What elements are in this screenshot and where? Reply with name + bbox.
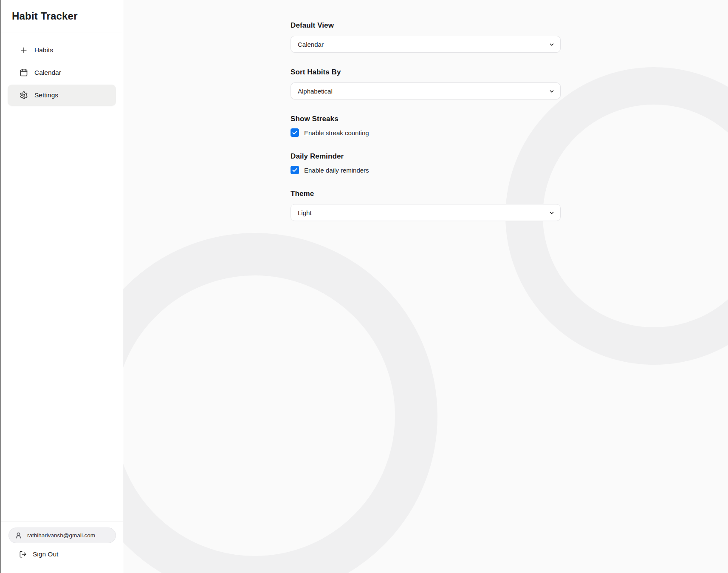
- sidebar-item-calendar[interactable]: Calendar: [8, 62, 116, 83]
- daily-reminder-section: Daily Reminder Enable daily reminders: [291, 152, 561, 174]
- theme-select[interactable]: Light: [291, 204, 561, 221]
- reminder-checkbox-row[interactable]: Enable daily reminders: [291, 166, 561, 174]
- chevron-down-icon: [549, 88, 555, 94]
- gear-icon: [20, 91, 28, 99]
- reminder-checkbox[interactable]: [291, 166, 299, 174]
- default-view-section: Default View Calendar: [291, 21, 561, 53]
- sort-habits-section: Sort Habits By Alphabetical: [291, 68, 561, 99]
- sidebar-item-habits[interactable]: Habits: [8, 40, 116, 61]
- sign-out-label: Sign Out: [33, 550, 58, 558]
- sort-habits-label: Sort Habits By: [291, 68, 561, 77]
- default-view-select[interactable]: Calendar: [291, 36, 561, 53]
- default-view-label: Default View: [291, 21, 561, 30]
- sidebar-footer: rathiharivansh@gmail.com Sign Out: [1, 522, 123, 573]
- app-title: Habit Tracker: [12, 10, 113, 22]
- settings-page: Default View Calendar Sort Habits By Alp…: [123, 0, 728, 573]
- sort-habits-select[interactable]: Alphabetical: [291, 82, 561, 99]
- settings-form: Default View Calendar Sort Habits By Alp…: [291, 0, 561, 221]
- sidebar-item-label: Calendar: [34, 69, 61, 77]
- sign-out-button[interactable]: Sign Out: [8, 550, 116, 558]
- decorative-ring: [123, 233, 437, 573]
- user-email: rathiharivansh@gmail.com: [27, 532, 95, 539]
- calendar-icon: [20, 68, 28, 77]
- sidebar-nav: Habits Calendar Settings: [1, 32, 123, 107]
- sidebar-item-label: Habits: [34, 46, 53, 54]
- show-streaks-label: Show Streaks: [291, 115, 561, 123]
- plus-icon: [20, 46, 28, 54]
- streak-checkbox[interactable]: [291, 128, 299, 137]
- chevron-down-icon: [549, 210, 555, 216]
- theme-value: Light: [298, 209, 312, 216]
- daily-reminder-label: Daily Reminder: [291, 152, 561, 161]
- sidebar: Habit Tracker Habits Calendar Settings: [1, 0, 123, 573]
- sidebar-item-settings[interactable]: Settings: [8, 85, 116, 106]
- streak-checkbox-row[interactable]: Enable streak counting: [291, 128, 561, 137]
- sidebar-item-label: Settings: [34, 91, 58, 99]
- user-email-pill[interactable]: rathiharivansh@gmail.com: [8, 528, 116, 543]
- default-view-value: Calendar: [298, 41, 324, 48]
- sidebar-header: Habit Tracker: [1, 0, 123, 32]
- show-streaks-section: Show Streaks Enable streak counting: [291, 115, 561, 137]
- theme-label: Theme: [291, 190, 561, 198]
- sort-habits-value: Alphabetical: [298, 88, 333, 95]
- chevron-down-icon: [549, 42, 555, 48]
- theme-section: Theme Light: [291, 190, 561, 221]
- logout-icon: [19, 550, 27, 558]
- streak-checkbox-label: Enable streak counting: [304, 129, 369, 136]
- sidebar-spacer: [1, 107, 123, 522]
- reminder-checkbox-label: Enable daily reminders: [304, 167, 369, 174]
- user-icon: [15, 532, 22, 539]
